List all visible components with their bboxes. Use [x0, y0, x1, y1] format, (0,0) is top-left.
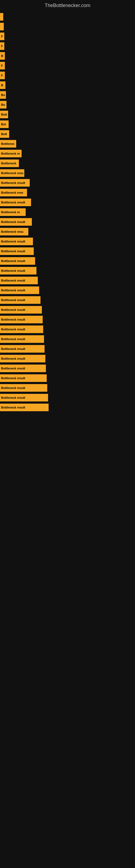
bar-item: Bottleneck resu — [0, 169, 24, 177]
bar-item: Bottleneck result — [0, 267, 37, 275]
bar-row: B — [0, 52, 135, 60]
bar-item: Bo — [0, 101, 6, 108]
bar-row: Bottleneck resu — [0, 169, 135, 177]
bar-row: Bottleneck resu — [0, 227, 135, 236]
bar-row: F — [0, 32, 135, 41]
bar-row: Bottleneck result — [0, 315, 135, 324]
bar-item: F — [0, 33, 4, 40]
bar-row: Bottleneck re — [0, 208, 135, 216]
bar-row: B — [0, 81, 135, 90]
bar-item: F — [0, 72, 5, 79]
bar-item: Bottleneck result — [0, 218, 32, 226]
bar-item: Bottleneck result — [0, 345, 45, 352]
bar-row: Bottleneck — [0, 159, 135, 167]
bar-row: Bottleneck result — [0, 325, 135, 334]
bar-item: Bottleneck resu — [0, 228, 28, 236]
bar-item: Bottleneck result — [0, 335, 44, 343]
bar-item: Bottleneck result — [0, 404, 49, 411]
bar-row: Bottleneck result — [0, 383, 135, 392]
bar-item: Bottleneck result — [0, 326, 43, 333]
bar-item: Bottleneck result — [0, 316, 43, 323]
bar-row: Bottleneck result — [0, 179, 135, 187]
bar-item: Bottleneck result — [0, 198, 31, 206]
bar-row: Bottleneck result — [0, 393, 135, 402]
bar-item: Bottleneck result — [0, 394, 48, 401]
bar-item: Bott — [0, 130, 9, 138]
bar-item: Bottleneck result — [0, 355, 45, 362]
bar-row: Bo — [0, 100, 135, 109]
bar-item: Bottleneck result — [0, 384, 47, 392]
bar-item: Bottleneck result — [0, 277, 38, 284]
bar-row: Bo — [0, 91, 135, 99]
bar-row: Bottleneck result — [0, 218, 135, 226]
bar-row — [0, 22, 135, 31]
bar-item: Bottleneck — [0, 159, 19, 167]
bar-item — [0, 23, 4, 30]
bar-item: Bottlenec — [0, 140, 16, 148]
site-title: TheBottlenecker.com — [0, 0, 135, 10]
bar-item: Bottleneck result — [0, 257, 35, 265]
bar-row: Bottleneck result — [0, 305, 135, 314]
bar-item: B — [0, 52, 5, 60]
bar-item: Bottleneck re — [0, 208, 26, 216]
bar-row: Bottleneck result — [0, 257, 135, 265]
bar-row: Bottleneck result — [0, 354, 135, 363]
bar-row: F — [0, 42, 135, 51]
bar-item: Bottleneck result — [0, 238, 33, 245]
bar-item: B — [0, 82, 5, 89]
bar-row: Bottleneck result — [0, 374, 135, 382]
bar-item: Bottleneck result — [0, 179, 30, 187]
bar-row: Bottlenec — [0, 140, 135, 148]
bar-item: Bottleneck result — [0, 306, 42, 314]
bar-row: Bottleneck result — [0, 344, 135, 353]
bar-item: Bottleneck result — [0, 286, 39, 294]
bar-row: Bottleneck result — [0, 267, 135, 275]
bar-row: Bottleneck result — [0, 286, 135, 294]
bar-row: Bott — [0, 130, 135, 138]
bar-row: F — [0, 71, 135, 80]
bar-item: Bottleneck result — [0, 247, 34, 255]
bar-row: Bottleneck result — [0, 296, 135, 304]
bar-row: Bottleneck result — [0, 247, 135, 255]
bar-row: Bottleneck result — [0, 364, 135, 373]
bar-item: Bottleneck rese — [0, 189, 27, 196]
bar-row: Bottleneck result — [0, 198, 135, 207]
bar-item: Bottleneck re — [0, 150, 21, 157]
bar-row: Bottleneck re — [0, 149, 135, 158]
bar-item: Bottleneck result — [0, 296, 41, 304]
site-title-container: TheBottlenecker.com — [0, 0, 135, 10]
bar-item: Bott — [0, 111, 8, 118]
bars-container: FFBFFBBoBoBottBotBottBottlenecBottleneck… — [0, 10, 135, 415]
bar-row: Bottleneck result — [0, 335, 135, 343]
bar-row: Bottleneck rese — [0, 188, 135, 197]
bar-item: F — [0, 62, 5, 69]
bar-row: Bott — [0, 110, 135, 119]
bar-item: Bot — [0, 120, 9, 128]
bar-item: Bottleneck result — [0, 374, 47, 382]
bar-item — [0, 13, 3, 21]
bar-item: F — [0, 42, 4, 50]
bar-row: Bot — [0, 120, 135, 129]
bar-row: Bottleneck result — [0, 237, 135, 246]
bar-item: Bo — [0, 91, 6, 99]
bar-row: F — [0, 61, 135, 70]
bar-item: Bottleneck result — [0, 365, 46, 372]
bar-row: Bottleneck result — [0, 276, 135, 285]
bar-row — [0, 12, 135, 21]
bar-row: Bottleneck result — [0, 403, 135, 412]
